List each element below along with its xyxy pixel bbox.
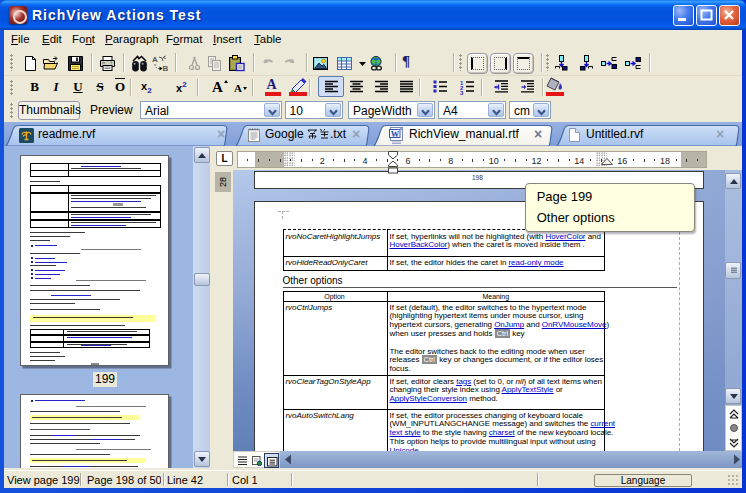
svg-text:3: 3 <box>460 90 464 95</box>
svg-text:A: A <box>234 82 242 94</box>
svg-text:28: 28 <box>218 177 228 187</box>
svg-text:A: A <box>212 79 223 95</box>
svg-text:B: B <box>163 64 169 72</box>
svg-text:W: W <box>391 128 400 138</box>
svg-text:A: A <box>152 55 158 64</box>
